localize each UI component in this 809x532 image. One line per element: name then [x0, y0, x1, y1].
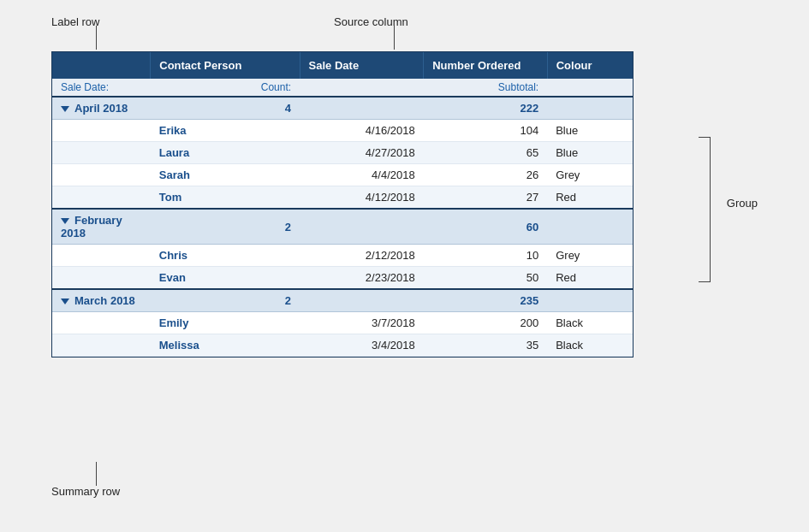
row-name-2-0: Emily: [151, 312, 300, 334]
row-name-0-1: Laura: [151, 142, 300, 164]
row-empty-0-3: [52, 186, 151, 210]
table-row: Sarah 4/4/2018 26 Grey: [52, 164, 633, 186]
row-date-0-0: 4/16/2018: [300, 120, 424, 142]
group-colour-empty-0: [547, 97, 633, 120]
row-num-2-1: 35: [424, 334, 548, 357]
row-num-2-0: 200: [424, 312, 548, 334]
row-num-1-0: 10: [424, 245, 548, 267]
row-name-0-0: Erika: [151, 120, 300, 142]
label-row-annotation: Label row: [51, 15, 99, 28]
group-name-1: February 2018: [52, 209, 151, 245]
row-name-1-0: Chris: [151, 245, 300, 267]
group-header-1: February 2018 2 60: [52, 209, 633, 245]
group-saledate-empty-0: [300, 97, 424, 120]
header-sale-date: Sale Date: [300, 52, 424, 79]
subheader-saledate-label: Sale Date:: [52, 79, 151, 97]
row-date-0-1: 4/27/2018: [300, 142, 424, 164]
group-subtotal-2: 235: [424, 289, 548, 312]
group-subtotal-1: 60: [424, 209, 548, 245]
header-colour: Colour: [547, 52, 633, 79]
collapse-triangle-1[interactable]: [61, 218, 69, 224]
source-column-annotation: Source column: [334, 15, 408, 28]
row-num-0-3: 27: [424, 186, 548, 210]
row-name-2-1: Melissa: [151, 334, 300, 357]
summary-row-line: [96, 462, 97, 486]
data-table: Contact Person Sale Date Number Ordered …: [51, 51, 634, 358]
row-empty-1-1: [52, 267, 151, 290]
row-empty-1-0: [52, 245, 151, 267]
collapse-triangle-0[interactable]: [61, 106, 69, 112]
group-colour-empty-1: [547, 209, 633, 245]
row-date-1-1: 2/23/2018: [300, 267, 424, 290]
row-num-0-0: 104: [424, 120, 548, 142]
summary-row-annotation: Summary row: [51, 485, 120, 498]
row-colour-0-3: Red: [547, 186, 633, 210]
collapse-triangle-2[interactable]: [61, 299, 69, 304]
row-num-1-1: 50: [424, 267, 548, 290]
group-colour-empty-2: [547, 289, 633, 312]
row-name-1-1: Evan: [151, 267, 300, 290]
row-colour-1-1: Red: [547, 267, 633, 290]
group-count-0: 4: [151, 97, 300, 120]
row-empty-0-0: [52, 120, 151, 142]
header-number-ordered: Number Ordered: [424, 52, 548, 79]
group-bracket: [699, 137, 711, 282]
row-colour-0-2: Grey: [547, 164, 633, 186]
table-row: Melissa 3/4/2018 35 Black: [52, 334, 633, 357]
row-colour-1-0: Grey: [547, 245, 633, 267]
row-date-0-2: 4/4/2018: [300, 164, 424, 186]
table-row: Tom 4/12/2018 27 Red: [52, 186, 633, 210]
group-count-2: 2: [151, 289, 300, 312]
row-colour-0-1: Blue: [547, 142, 633, 164]
group-saledate-empty-2: [300, 289, 424, 312]
subheader-colour-empty: [547, 79, 633, 97]
row-empty-2-0: [52, 312, 151, 334]
group-annotation: Group: [727, 197, 758, 210]
subheader-row: Sale Date: Count: Subtotal:: [52, 79, 633, 97]
row-num-0-2: 26: [424, 164, 548, 186]
table-row: Emily 3/7/2018 200 Black: [52, 312, 633, 334]
row-empty-0-1: [52, 142, 151, 164]
group-saledate-empty-1: [300, 209, 424, 245]
row-date-2-0: 3/7/2018: [300, 312, 424, 334]
header-empty: [52, 52, 151, 79]
group-name-0: April 2018: [52, 97, 151, 120]
row-date-2-1: 3/4/2018: [300, 334, 424, 357]
source-col-line: [394, 26, 395, 50]
subheader-count-label: Count:: [151, 79, 300, 97]
header-contact-person: Contact Person: [151, 52, 300, 79]
header-row: Contact Person Sale Date Number Ordered …: [52, 52, 633, 79]
row-colour-2-1: Black: [547, 334, 633, 357]
group-header-0: April 2018 4 222: [52, 97, 633, 120]
label-row-line: [96, 26, 97, 50]
table-row: Laura 4/27/2018 65 Blue: [52, 142, 633, 164]
row-name-0-2: Sarah: [151, 164, 300, 186]
group-count-1: 2: [151, 209, 300, 245]
group-header-2: March 2018 2 235: [52, 289, 633, 312]
table-row: Evan 2/23/2018 50 Red: [52, 267, 633, 290]
row-colour-2-0: Black: [547, 312, 633, 334]
row-name-0-3: Tom: [151, 186, 300, 210]
subheader-subtotal-label: Subtotal:: [424, 79, 548, 97]
subheader-saledate-empty: [300, 79, 424, 97]
group-subtotal-0: 222: [424, 97, 548, 120]
table-row: Erika 4/16/2018 104 Blue: [52, 120, 633, 142]
row-empty-2-1: [52, 334, 151, 357]
row-date-1-0: 2/12/2018: [300, 245, 424, 267]
group-name-2: March 2018: [52, 289, 151, 312]
row-date-0-3: 4/12/2018: [300, 186, 424, 210]
row-colour-0-0: Blue: [547, 120, 633, 142]
table-row: Chris 2/12/2018 10 Grey: [52, 245, 633, 267]
row-num-0-1: 65: [424, 142, 548, 164]
row-empty-0-2: [52, 164, 151, 186]
